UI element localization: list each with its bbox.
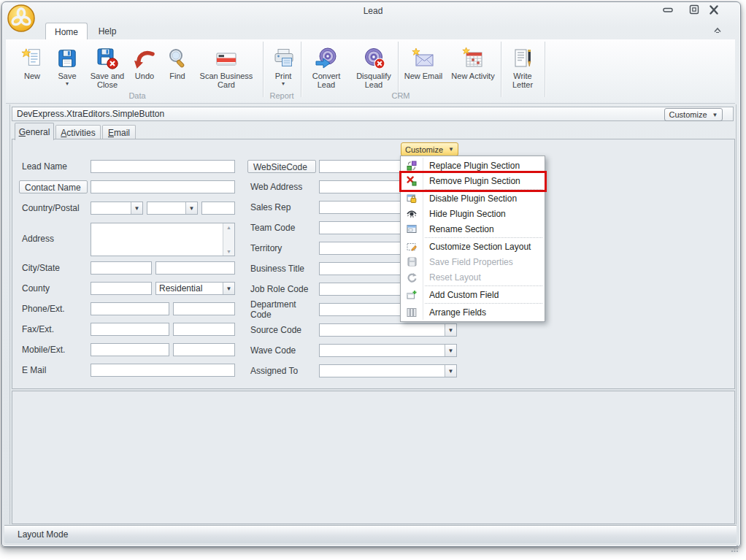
ribbon-tab-home[interactable]: Home	[45, 23, 88, 41]
menu-item-disable-plugin-section[interactable]: Disable Plugin Section	[401, 191, 545, 206]
field-label: Team Code	[247, 223, 319, 233]
mobile-input[interactable]	[91, 343, 169, 356]
city-input[interactable]	[91, 261, 152, 275]
minimize-button[interactable]	[661, 5, 675, 17]
scroll-down-icon[interactable]: ▼	[226, 249, 231, 254]
dropdown-arrow-icon: ▾	[282, 81, 285, 87]
ribbon-group-label-data: Data	[12, 91, 263, 100]
source-code-combo[interactable]: ▼	[319, 323, 457, 337]
new-email-button[interactable]: New Email	[401, 42, 446, 99]
disqualify-lead-button[interactable]: Disqualify Lead	[350, 42, 397, 99]
dropdown-arrow-icon: ▼	[448, 146, 454, 153]
undo-button[interactable]: Undo	[130, 42, 159, 99]
mobile-ext-input[interactable]	[173, 343, 235, 356]
email-input[interactable]	[91, 364, 235, 377]
resize-grip-icon[interactable]	[731, 542, 739, 556]
plugin-bar-customize-button[interactable]: Customize ▼	[664, 108, 723, 121]
menu-separator	[425, 303, 542, 304]
dropdown-arrow-icon[interactable]: ▼	[185, 202, 197, 214]
menu-item-add-custom-field[interactable]: Add Custom Field	[401, 287, 545, 302]
dropdown-arrow-icon[interactable]: ▼	[445, 345, 456, 356]
field-label: Territory	[247, 243, 319, 253]
contact-name-label-button[interactable]: Contact Name	[19, 180, 88, 193]
field-label: Phone/Ext.	[19, 304, 91, 314]
contact-name-input[interactable]	[91, 180, 235, 193]
dropdown-arrow-icon[interactable]: ▼	[445, 324, 456, 336]
menu-separator	[425, 237, 542, 238]
find-button[interactable]: Find	[161, 42, 193, 99]
tab-general[interactable]: General	[15, 123, 54, 140]
scan-business-card-icon	[215, 42, 238, 69]
field-label: Department Code	[247, 299, 319, 320]
new-button[interactable]: New	[16, 42, 48, 99]
group-separator	[545, 42, 545, 97]
state-input[interactable]	[155, 261, 235, 275]
print-button[interactable]: Print ▾	[266, 42, 301, 99]
address-textarea[interactable]: ▲ ▼	[91, 223, 235, 256]
country-combo[interactable]: ▼	[91, 202, 143, 215]
field-row: Phone/Ext.	[19, 302, 235, 315]
add-custom-field-icon	[401, 290, 423, 300]
field-label: Assigned To	[247, 366, 319, 376]
field-label: Country/Postal	[19, 203, 91, 213]
save-and-close-icon	[96, 42, 118, 69]
website-code-label-button[interactable]: WebSiteCode	[247, 160, 316, 173]
ribbon-group-label-report: Report	[263, 91, 301, 100]
arrange-fields-icon	[401, 307, 423, 318]
reset-layout-icon	[401, 272, 423, 283]
new-activity-button[interactable]: New Activity	[447, 42, 499, 99]
field-label: Web Address	[247, 182, 319, 192]
window-title: Lead	[0, 6, 746, 16]
lead-name-input[interactable]	[91, 160, 235, 173]
close-button[interactable]	[707, 5, 721, 17]
field-row: Mobile/Ext.	[19, 343, 235, 356]
menu-item-rename-section[interactable]: Rename Section	[401, 221, 545, 237]
maximize-icon	[689, 4, 699, 18]
hide-plugin-icon	[401, 210, 423, 218]
residence-type-combo[interactable]: Residential▼	[155, 282, 235, 295]
ribbon-tab-help[interactable]: Help	[91, 23, 124, 39]
tab-email[interactable]: Email	[102, 125, 136, 139]
scan-business-card-button[interactable]: Scan Business Card	[194, 42, 258, 99]
field-label: E Mail	[19, 365, 91, 375]
tab-activities[interactable]: Activities	[55, 125, 101, 139]
general-section-customize-button[interactable]: Customize ▼	[401, 142, 458, 156]
dropdown-arrow-icon[interactable]: ▼	[445, 365, 456, 377]
save-and-close-button[interactable]: Save and Close	[86, 42, 128, 99]
ribbon: New Save ▾ Save and Close Undo Fin	[6, 39, 735, 104]
maximize-button[interactable]	[687, 5, 701, 17]
field-row: Country/Postal ▼ ▼	[19, 201, 235, 215]
dropdown-arrow-icon[interactable]: ▼	[131, 202, 142, 214]
menu-item-hide-plugin-section[interactable]: Hide Plugin Section	[401, 206, 545, 221]
fax-ext-input[interactable]	[173, 323, 235, 336]
phone-ext-input[interactable]	[173, 302, 235, 315]
county-input[interactable]	[91, 282, 152, 295]
fax-input[interactable]	[91, 323, 169, 336]
country2-combo[interactable]: ▼	[147, 202, 198, 215]
save-button[interactable]: Save ▾	[50, 42, 84, 99]
status-text: Layout Mode	[18, 529, 68, 540]
ribbon-collapse-button[interactable]	[711, 24, 724, 34]
assigned-to-combo[interactable]: ▼	[319, 364, 457, 377]
textarea-scrollbar[interactable]: ▲ ▼	[223, 223, 234, 256]
scroll-up-icon[interactable]: ▲	[226, 225, 231, 230]
save-icon	[57, 42, 77, 69]
disqualify-lead-icon	[362, 42, 385, 69]
postal-input[interactable]	[201, 202, 235, 215]
field-label: Lead Name	[19, 161, 91, 172]
convert-lead-button[interactable]: Convert Lead	[304, 42, 349, 99]
plugin-section-bar: DevExpress.XtraEditors.SimpleButton	[12, 107, 734, 121]
wave-code-combo[interactable]: ▼	[319, 344, 457, 357]
field-row: Lead Name	[19, 160, 235, 173]
menu-item-reset-layout: Reset Layout	[401, 269, 545, 285]
phone-input[interactable]	[91, 302, 169, 315]
app-logo-icon[interactable]	[7, 4, 36, 33]
menu-item-arrange-fields[interactable]: Arrange Fields	[401, 304, 545, 320]
field-row: E Mail	[19, 364, 235, 377]
disable-plugin-icon	[401, 193, 423, 204]
dropdown-arrow-icon[interactable]: ▼	[223, 283, 234, 294]
new-email-icon	[412, 42, 435, 69]
group-separator	[301, 42, 301, 97]
write-letter-button[interactable]: Write Letter	[504, 42, 542, 99]
menu-item-customize-section-layout[interactable]: Customize Section Layout	[401, 239, 545, 254]
